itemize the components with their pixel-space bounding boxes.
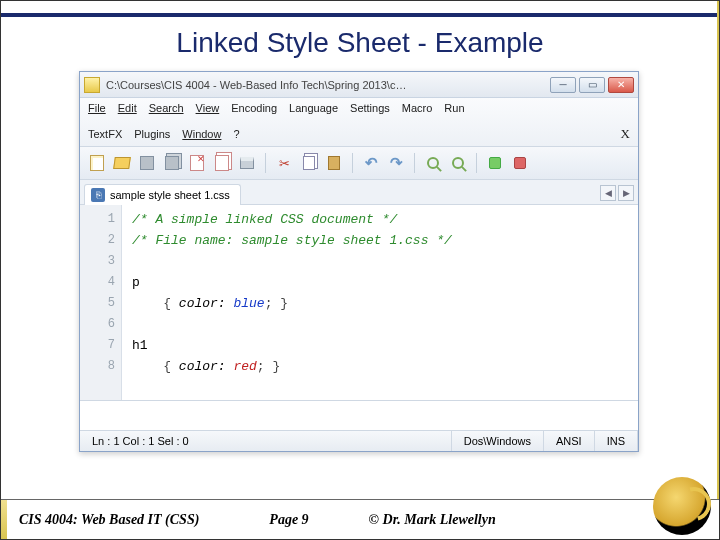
menu-settings[interactable]: Settings: [350, 102, 390, 114]
window-title: C:\Courses\CIS 4004 - Web-Based Info Tec…: [106, 79, 550, 91]
window-buttons: ─ ▭ ✕: [550, 77, 634, 93]
code-selector: p: [132, 275, 140, 290]
app-icon: [84, 77, 100, 93]
tab-file[interactable]: ⎘ sample style sheet 1.css: [84, 184, 241, 205]
maximize-button[interactable]: ▭: [579, 77, 605, 93]
open-file-button[interactable]: [111, 152, 133, 174]
print-icon: [240, 157, 254, 169]
status-position: Ln : 1 Col : 1 Sel : 0: [80, 431, 452, 451]
save-all-button[interactable]: [161, 152, 183, 174]
line-number: 8: [80, 356, 115, 377]
slide-right-accent: [717, 1, 719, 499]
code-brace: ; }: [257, 359, 280, 374]
toolbar-divider: [265, 153, 266, 173]
code-comment: /* File name: sample style sheet 1.css *…: [132, 233, 452, 248]
minimize-button[interactable]: ─: [550, 77, 576, 93]
code-brace: {: [163, 359, 179, 374]
code-property: color:: [179, 359, 234, 374]
new-file-icon: [90, 155, 104, 171]
cut-icon: ✂: [279, 156, 290, 171]
status-mode: INS: [595, 431, 638, 451]
status-encoding: ANSI: [544, 431, 595, 451]
status-eol: Dos\Windows: [452, 431, 544, 451]
save-all-icon: [165, 156, 179, 170]
menu-file[interactable]: File: [88, 102, 106, 114]
close-all-button[interactable]: [211, 152, 233, 174]
menu-view[interactable]: View: [196, 102, 220, 114]
paste-button[interactable]: [323, 152, 345, 174]
new-file-button[interactable]: [86, 152, 108, 174]
line-number: 4: [80, 272, 115, 293]
slide-title: Linked Style Sheet - Example: [1, 17, 719, 71]
redo-button[interactable]: ↷: [385, 152, 407, 174]
footer-page: Page 9: [269, 512, 308, 528]
find-icon: [427, 157, 439, 169]
close-button[interactable]: ✕: [608, 77, 634, 93]
tab-nav: ◀ ▶: [600, 185, 634, 204]
macro-record-button[interactable]: [484, 152, 506, 174]
menu-run[interactable]: Run: [444, 102, 464, 114]
footer-course: CIS 4004: Web Based IT (CSS): [19, 512, 199, 528]
file-type-icon: ⎘: [91, 188, 105, 202]
cut-button[interactable]: ✂: [273, 152, 295, 174]
macro-stop-icon: [514, 157, 526, 169]
menu-window[interactable]: Window: [182, 128, 221, 140]
line-number: 7: [80, 335, 115, 356]
line-number: 5: [80, 293, 115, 314]
open-folder-icon: [113, 157, 131, 169]
print-button[interactable]: [236, 152, 258, 174]
ucf-logo: [653, 477, 711, 535]
replace-button[interactable]: [447, 152, 469, 174]
code-value: blue: [233, 296, 264, 311]
close-all-icon: [215, 155, 229, 171]
tab-prev-button[interactable]: ◀: [600, 185, 616, 201]
code-brace: ; }: [265, 296, 288, 311]
code-blank: [132, 314, 632, 335]
menu-help[interactable]: ?: [233, 128, 239, 140]
status-bar: Ln : 1 Col : 1 Sel : 0 Dos\Windows ANSI …: [80, 431, 638, 451]
toolbar-divider: [352, 153, 353, 173]
menu-edit[interactable]: Edit: [118, 102, 137, 114]
paste-icon: [328, 156, 340, 170]
copy-button[interactable]: [298, 152, 320, 174]
line-number: 3: [80, 251, 115, 272]
close-file-icon: [190, 155, 204, 171]
code-value: red: [233, 359, 256, 374]
menu-plugins[interactable]: Plugins: [134, 128, 170, 140]
code-property: color:: [179, 296, 234, 311]
save-icon: [140, 156, 154, 170]
code-brace: {: [163, 296, 179, 311]
menu-macro[interactable]: Macro: [402, 102, 433, 114]
find-button[interactable]: [422, 152, 444, 174]
code-editor[interactable]: 1 2 3 4 5 6 7 8 /* A simple linked CSS d…: [80, 205, 638, 401]
menu-close-x[interactable]: X: [621, 126, 630, 142]
code-area[interactable]: /* A simple linked CSS document */ /* Fi…: [122, 205, 638, 400]
toolbar-divider: [476, 153, 477, 173]
toolbar-divider: [414, 153, 415, 173]
code-blank: [132, 251, 632, 272]
line-number: 1: [80, 209, 115, 230]
menu-textfx[interactable]: TextFX: [88, 128, 122, 140]
macro-record-icon: [489, 157, 501, 169]
slide-footer: CIS 4004: Web Based IT (CSS) Page 9 © Dr…: [1, 499, 719, 539]
copy-icon: [303, 156, 315, 170]
save-button[interactable]: [136, 152, 158, 174]
menu-language[interactable]: Language: [289, 102, 338, 114]
window-titlebar[interactable]: C:\Courses\CIS 4004 - Web-Based Info Tec…: [80, 72, 638, 98]
redo-icon: ↷: [390, 154, 403, 172]
tab-bar: ⎘ sample style sheet 1.css ◀ ▶: [80, 180, 638, 205]
menu-search[interactable]: Search: [149, 102, 184, 114]
close-file-button[interactable]: [186, 152, 208, 174]
code-selector: h1: [132, 338, 148, 353]
line-gutter: 1 2 3 4 5 6 7 8: [80, 205, 122, 400]
line-number: 6: [80, 314, 115, 335]
menu-encoding[interactable]: Encoding: [231, 102, 277, 114]
macro-stop-button[interactable]: [509, 152, 531, 174]
tab-next-button[interactable]: ▶: [618, 185, 634, 201]
editor-empty-space: [80, 401, 638, 431]
slide: Linked Style Sheet - Example C:\Courses\…: [0, 0, 720, 540]
editor-window: C:\Courses\CIS 4004 - Web-Based Info Tec…: [79, 71, 639, 452]
replace-icon: [452, 157, 464, 169]
undo-button[interactable]: ↶: [360, 152, 382, 174]
code-comment: /* A simple linked CSS document */: [132, 212, 397, 227]
